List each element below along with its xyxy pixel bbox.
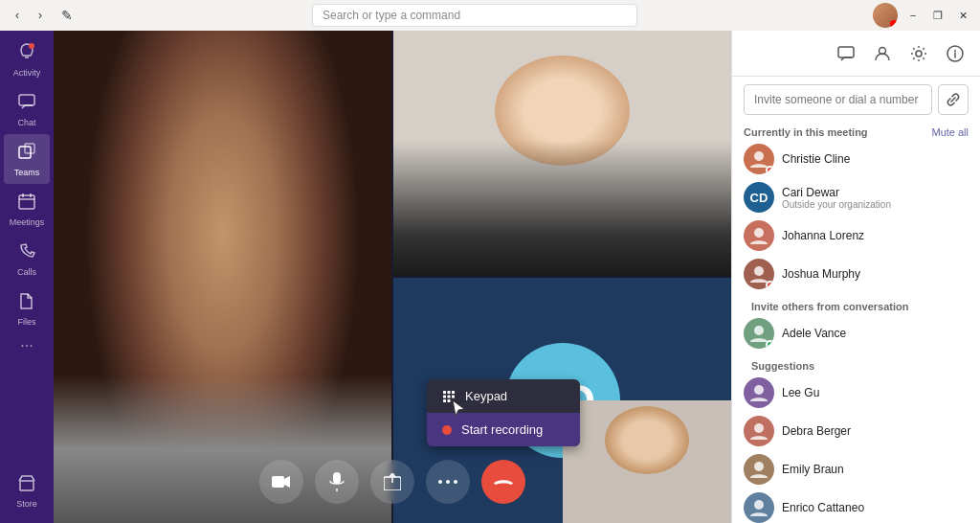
calls-icon	[17, 241, 36, 265]
svg-point-22	[916, 51, 922, 57]
participant-name-christie: Christie Cline	[782, 152, 969, 166]
sidebar-more-button[interactable]: ···	[20, 337, 33, 354]
participant-info-johanna: Johanna Lorenz	[782, 229, 969, 242]
edit-icon[interactable]: ✎	[57, 6, 77, 25]
svg-rect-12	[443, 399, 446, 402]
participant-avatar-christie	[744, 144, 774, 174]
mic-button[interactable]	[315, 460, 359, 504]
participant-item-enrico[interactable]: Enrico Cattaneo	[740, 489, 972, 523]
store-icon	[17, 473, 36, 497]
participant-item-johanna[interactable]: Johanna Lorenz	[740, 216, 972, 255]
svg-point-24	[754, 151, 764, 161]
participant-item-emily[interactable]: Emily Braun	[740, 450, 972, 489]
participant-avatar-debra	[744, 416, 774, 446]
mute-all-button[interactable]: Mute all	[931, 126, 969, 138]
context-menu-keypad[interactable]: Keypad	[427, 379, 580, 413]
sidebar: Activity Chat Teams	[0, 31, 54, 523]
svg-point-30	[754, 462, 764, 471]
sidebar-item-activity[interactable]: Activity	[4, 34, 50, 84]
svg-rect-9	[443, 395, 446, 398]
svg-rect-7	[448, 391, 451, 394]
titlebar: ‹ › ✎ Search or type a command − ❐ ✕	[0, 0, 980, 31]
context-menu-record[interactable]: Start recording	[427, 413, 580, 446]
record-label: Start recording	[461, 422, 543, 437]
svg-point-29	[754, 423, 764, 433]
sidebar-item-meetings[interactable]: Meetings	[4, 184, 50, 234]
participant-item-lee[interactable]: Lee Gu	[740, 374, 972, 412]
suggestions-section-divider: Suggestions	[740, 356, 972, 374]
more-button[interactable]	[426, 460, 470, 504]
svg-rect-10	[448, 395, 451, 398]
camera-button[interactable]	[259, 460, 303, 504]
participant-avatar-adele	[744, 318, 774, 349]
titlebar-center: Search or type a command	[77, 4, 873, 27]
participant-item-cari[interactable]: CD Cari Dewar Outside your organization	[740, 178, 972, 216]
participant-item-adele[interactable]: Adele Vance	[740, 314, 972, 352]
video-area: CD Keypad Start recording	[54, 31, 731, 523]
minimize-button[interactable]: −	[903, 6, 923, 25]
sidebar-item-chat[interactable]: Chat	[4, 84, 50, 134]
in-meeting-section-header: Currently in this meeting Mute all	[732, 123, 980, 140]
activity-label: Activity	[13, 68, 41, 78]
titlebar-left: ‹ › ✎	[8, 6, 77, 25]
participant-item-debra[interactable]: Debra Berger	[740, 412, 972, 450]
svg-rect-15	[333, 472, 341, 484]
main-content: Activity Chat Teams	[0, 31, 980, 523]
panel-settings-icon[interactable]	[905, 40, 932, 67]
participant-name-debra: Debra Berger	[782, 424, 969, 438]
sidebar-item-store[interactable]: Store	[4, 466, 50, 515]
participant-info-lee: Lee Gu	[782, 386, 969, 399]
man-video	[54, 31, 391, 523]
controls-bar	[259, 460, 525, 504]
svg-point-0	[29, 43, 34, 49]
share-button[interactable]	[370, 460, 414, 504]
svg-rect-1	[19, 95, 34, 105]
participant-item-joshua[interactable]: Joshua Murphy	[740, 255, 972, 293]
search-placeholder: Search or type a command	[323, 9, 460, 22]
participant-name-johanna: Johanna Lorenz	[782, 229, 969, 242]
participant-avatar-joshua	[744, 259, 774, 289]
panel-header	[732, 31, 980, 77]
titlebar-right: − ❐ ✕	[873, 3, 972, 28]
more-icon	[438, 480, 457, 484]
user-avatar[interactable]	[873, 3, 898, 28]
participant-item-christie[interactable]: Christie Cline	[740, 140, 972, 178]
svg-rect-8	[452, 391, 455, 394]
nav-back-button[interactable]: ‹	[8, 6, 27, 25]
svg-point-17	[438, 480, 442, 484]
maximize-button[interactable]: ❐	[928, 6, 947, 25]
panel-people-icon[interactable]	[869, 40, 896, 67]
keypad-icon	[442, 390, 456, 403]
participant-list: Christie Cline CD Cari Dewar Outside you…	[732, 140, 980, 523]
participant-name-enrico: Enrico Cattaneo	[782, 501, 969, 514]
status-dot-adele	[766, 340, 774, 349]
svg-point-19	[454, 480, 457, 484]
end-call-button[interactable]	[481, 460, 525, 504]
close-button[interactable]: ✕	[953, 6, 972, 25]
svg-rect-14	[272, 476, 284, 488]
sidebar-item-calls[interactable]: Calls	[4, 234, 50, 284]
search-bar[interactable]: Search or type a command	[312, 4, 637, 27]
participant-info-emily: Emily Braun	[782, 463, 969, 476]
nav-forward-button[interactable]: ›	[31, 6, 50, 25]
participant-info-christie: Christie Cline	[782, 152, 969, 166]
chat-icon	[17, 92, 36, 116]
svg-point-18	[446, 480, 450, 484]
store-label: Store	[16, 499, 37, 509]
participant-info-cari: Cari Dewar Outside your organization	[782, 186, 969, 210]
invite-section-divider: Invite others from conversation	[740, 297, 972, 314]
panel-info-icon[interactable]	[942, 40, 969, 67]
participant-avatar-enrico	[744, 492, 774, 523]
keypad-label: Keypad	[465, 389, 507, 403]
teams-label: Teams	[14, 168, 40, 177]
link-button[interactable]	[938, 84, 969, 115]
panel-chat-icon[interactable]	[833, 40, 859, 67]
participant-avatar-johanna	[744, 220, 774, 251]
sidebar-item-teams[interactable]: Teams	[4, 134, 50, 184]
invite-input[interactable]	[744, 84, 932, 115]
sidebar-item-files[interactable]: Files	[4, 284, 50, 333]
status-dot-christie	[766, 166, 774, 174]
invite-bar	[744, 84, 969, 115]
context-menu: Keypad Start recording	[427, 379, 580, 446]
svg-point-26	[754, 266, 764, 276]
